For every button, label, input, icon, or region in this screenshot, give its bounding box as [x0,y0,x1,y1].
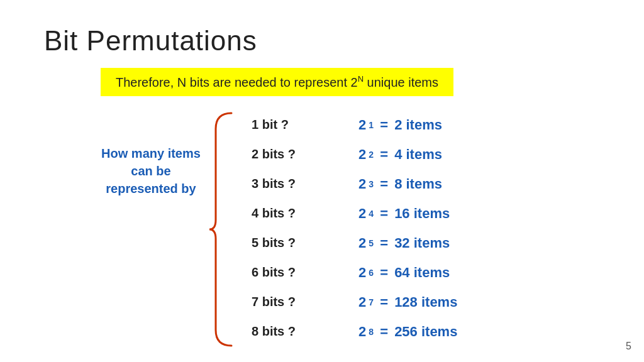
bit-row-1: 1 bit ? [252,110,296,140]
result-column: 21 = 2 items 22 = 4 items 23 = 8 items 2… [358,110,457,346]
bit-row-5: 5 bits ? [252,228,296,258]
bit-row-3: 3 bits ? [252,169,296,199]
result-row-6: 26 = 64 items [358,258,457,287]
result-row-2: 22 = 4 items [358,140,457,169]
bit-row-6: 6 bits ? [252,258,296,287]
result-row-8: 28 = 256 items [358,317,457,346]
bits-column: 1 bit ? 2 bits ? 3 bits ? 4 bits ? 5 bit… [252,110,296,346]
highlight-text-after: unique items [364,75,438,89]
result-row-4: 24 = 16 items [358,199,457,228]
slide-title: Bit Permutations [44,25,257,57]
curly-brace [206,110,238,349]
highlight-box: Therefore, N bits are needed to represen… [101,68,453,96]
left-label: How many items can be represented by [101,145,201,197]
result-row-7: 27 = 128 items [358,287,457,317]
bit-row-2: 2 bits ? [252,140,296,169]
bit-row-4: 4 bits ? [252,199,296,228]
result-row-3: 23 = 8 items [358,169,457,199]
bit-row-7: 7 bits ? [252,287,296,317]
result-row-5: 25 = 32 items [358,228,457,258]
bit-row-8: 8 bits ? [252,317,296,346]
highlight-text-before: Therefore, N bits are needed to represen… [116,75,358,89]
highlight-superscript: N [358,74,364,84]
page-number: 5 [626,341,631,352]
result-row-1: 21 = 2 items [358,110,457,140]
